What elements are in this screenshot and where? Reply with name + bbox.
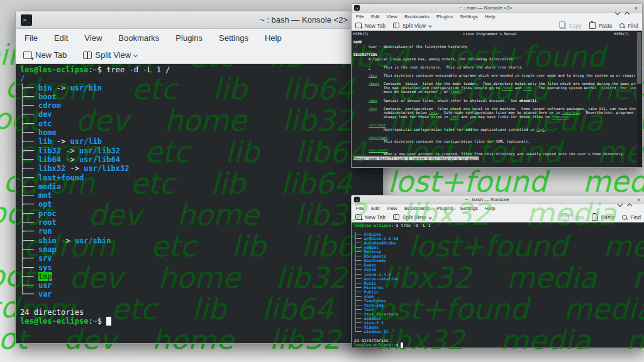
split-view-label: Split View [402, 23, 426, 29]
new-tab-label: New Tab [365, 23, 386, 29]
menu-bookmarks[interactable]: Bookmarks [404, 206, 430, 211]
window-konsole-main: >_ ~ : bash — Konsole <2> FileEditViewBo… [15, 11, 384, 344]
paste-icon [589, 22, 596, 29]
menubar-main: FileEditViewBookmarksPluginsSettingsHelp [16, 29, 383, 47]
find-icon [619, 23, 625, 28]
titlebar-man[interactable]: > ~ : man — Konsole <2> × [352, 4, 642, 13]
toolbar-main: New Tab Split View [16, 47, 383, 64]
paste-button[interactable]: Paste [592, 214, 615, 221]
scrollbar-thumb[interactable] [637, 32, 641, 84]
new-tab-button[interactable]: New Tab [355, 23, 386, 29]
desktop: { "wallpaper": { "bright_color": "#3fd33… [0, 0, 644, 362]
new-tab-label: New Tab [365, 214, 386, 221]
terminal-output-bash: les@les-eclipse:~$ tree -d -L 1.├── Ardu… [352, 222, 644, 348]
man-page-output: HIER(7) Linux Programmer's Manual HIER(7… [352, 31, 642, 162]
menu-edit[interactable]: Edit [371, 14, 380, 19]
menubar-man: FileEditViewBookmarksPluginsSettingsHelp [352, 13, 642, 21]
menu-view[interactable]: View [387, 206, 397, 211]
menu-plugins[interactable]: Plugins [175, 33, 203, 43]
split-view-button[interactable]: Split View [83, 50, 137, 60]
menu-settings[interactable]: Settings [460, 14, 478, 19]
new-tab-button[interactable]: New Tab [355, 214, 386, 221]
window-title-man: ~ : man — Konsole <2> [360, 5, 612, 11]
titlebar-main[interactable]: >_ ~ : bash — Konsole <2> [16, 11, 383, 29]
split-view-label: Split View [402, 214, 426, 221]
terminal-cursor [401, 343, 403, 348]
terminal-main[interactable]: bin cdrom etc lib lib64 lost+found media… [16, 64, 383, 344]
terminal-cursor [106, 317, 111, 326]
menu-settings[interactable]: Settings [219, 33, 248, 43]
menu-file[interactable]: File [356, 14, 364, 19]
maximize-button[interactable] [625, 6, 630, 11]
chevron-down-icon [133, 53, 138, 57]
split-view-button[interactable]: Split View [393, 214, 431, 221]
menu-settings[interactable]: Settings [460, 206, 478, 211]
terminal-output-main: les@les-eclipse:~$ tree -d -L 1 //├── bi… [16, 64, 383, 327]
minimize-button[interactable] [618, 197, 623, 202]
menu-plugins[interactable]: Plugins [436, 206, 453, 211]
paste-icon [592, 214, 598, 221]
split-view-label: Split View [95, 50, 131, 60]
menu-plugins[interactable]: Plugins [436, 14, 453, 19]
toolbar-man: New Tab Split View Copy Paste Find [352, 21, 642, 31]
toolbar-bash: New Tab Split View Copy Paste Find [352, 212, 644, 222]
find-label: Find [628, 23, 638, 29]
window-konsole-man: > ~ : man — Konsole <2> × FileEditViewBo… [351, 3, 643, 168]
menu-file[interactable]: File [25, 33, 38, 43]
menu-bookmarks[interactable]: Bookmarks [404, 14, 430, 19]
menu-view[interactable]: View [84, 33, 102, 43]
find-button[interactable]: Find [619, 23, 638, 29]
window-title-main: ~ : bash — Konsole <2> [260, 15, 348, 25]
split-view-icon [393, 214, 399, 220]
new-tab-label: New Tab [35, 50, 67, 60]
paste-button[interactable]: Paste [589, 22, 613, 29]
new-tab-icon [23, 52, 32, 59]
menu-edit[interactable]: Edit [371, 206, 380, 211]
konsole-icon: >_ [21, 14, 32, 26]
split-view-icon [83, 52, 92, 59]
terminal-man[interactable]: bin cdrom etc lib lib64 lost+found media… [352, 31, 642, 168]
copy-button[interactable]: Copy [560, 23, 582, 29]
terminal-bash[interactable]: bin cdrom etc lib lib64 lost+found media… [352, 222, 644, 348]
find-label: Find [630, 214, 641, 221]
window-konsole-bash: bin cdrom etc lib lib64 lost+found media… [351, 195, 644, 348]
close-button[interactable]: × [635, 6, 640, 11]
menu-help[interactable]: Help [265, 33, 282, 43]
find-button[interactable]: Find [622, 214, 641, 221]
menu-file[interactable]: File [356, 206, 364, 211]
menu-view[interactable]: View [387, 14, 397, 19]
menu-help[interactable]: Help [485, 14, 495, 19]
copy-button[interactable]: Copy [563, 214, 584, 221]
copy-label: Copy [569, 23, 582, 29]
menu-bookmarks[interactable]: Bookmarks [118, 33, 159, 43]
copy-label: Copy [572, 214, 584, 221]
copy-icon [563, 214, 569, 221]
minimize-button[interactable] [616, 6, 621, 11]
chevron-down-icon [428, 216, 432, 219]
split-view-button[interactable]: Split View [393, 23, 431, 29]
paste-label: Paste [601, 214, 615, 221]
close-button[interactable]: × [637, 197, 642, 202]
window-title-bash: ~ : bash — Konsole [360, 197, 614, 202]
konsole-icon: > [354, 5, 360, 11]
paste-label: Paste [599, 23, 613, 29]
find-icon [622, 215, 627, 220]
titlebar-bash[interactable]: > ~ : bash — Konsole × [352, 195, 644, 204]
new-tab-icon [355, 23, 362, 28]
chevron-down-icon [428, 24, 432, 28]
copy-icon [560, 23, 566, 29]
maximize-button[interactable] [628, 197, 633, 202]
new-tab-icon [355, 214, 362, 220]
scrollbar[interactable] [636, 31, 642, 168]
menu-edit[interactable]: Edit [54, 33, 68, 43]
split-view-icon [393, 23, 399, 28]
menu-help[interactable]: Help [485, 206, 495, 211]
konsole-icon: > [354, 197, 360, 202]
menubar-bash: FileEditViewBookmarksPluginsSettingsHelp [352, 204, 644, 212]
new-tab-button[interactable]: New Tab [23, 50, 67, 60]
